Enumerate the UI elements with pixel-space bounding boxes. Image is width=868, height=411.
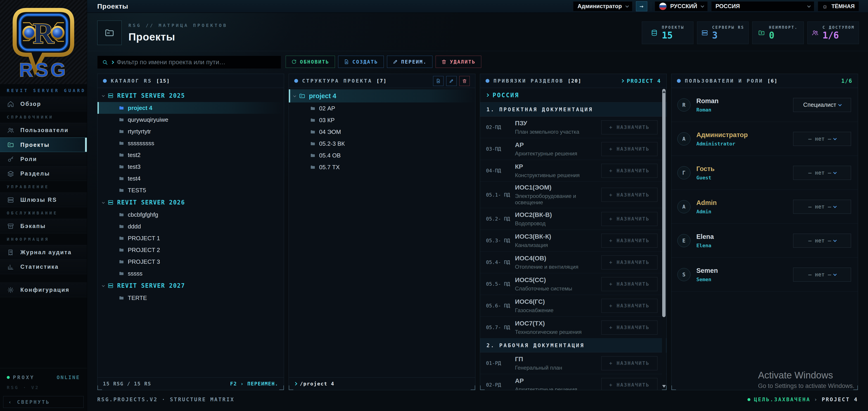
region-select[interactable]: РОССИЯ xyxy=(711,1,814,11)
assign-button[interactable]: + НАЗНАЧИТЬ xyxy=(601,188,657,202)
sidebar-item-stats[interactable]: Статистика xyxy=(0,260,87,274)
assign-button[interactable]: + НАЗНАЧИТЬ xyxy=(601,212,657,226)
catalog-server-group[interactable]: REVIT SERVER 2026 xyxy=(97,196,284,209)
assign-button[interactable]: + НАЗНАЧИТЬ xyxy=(601,142,657,156)
sidebar-item-server[interactable]: Шлюзы RS xyxy=(0,193,87,207)
assign-button[interactable]: + НАЗНАЧИТЬ xyxy=(601,255,657,270)
scrollbar-down-arrow-icon[interactable] xyxy=(662,385,666,388)
role-select[interactable]: — нет — xyxy=(793,234,851,248)
role-select[interactable]: — нет — xyxy=(793,166,851,180)
structure-folder-row[interactable]: 05.2-3 ВК xyxy=(289,138,475,150)
stat-value: 0 xyxy=(769,30,798,40)
journal-icon xyxy=(7,249,14,256)
logout-arrow-button[interactable]: → xyxy=(636,1,647,11)
page-header: RSG // МАТРИЦА ПРОЕКТОВ Проекты ПРОЕКТЫ1… xyxy=(87,13,868,51)
assign-button[interactable]: + НАЗНАЧИТЬ xyxy=(601,164,657,178)
language-select[interactable]: РУССКИЙ xyxy=(655,1,708,11)
panel-users-header: ПОЛЬЗОВАТЕЛИ И РОЛИ [6] 1/6 xyxy=(672,74,858,88)
pencil-button[interactable]: ПЕРЕИМ. xyxy=(387,56,433,68)
file-plus-button[interactable] xyxy=(433,76,443,86)
catalog-project-row[interactable]: qurywuqiryuiwe xyxy=(97,114,284,126)
folder-plus-icon xyxy=(758,29,765,36)
structure-folder-row[interactable]: 02 АР xyxy=(289,102,475,114)
catalog-project-row[interactable]: sssssssss xyxy=(97,137,284,149)
pencil-button[interactable] xyxy=(446,76,457,86)
catalog-project-row[interactable]: test2 xyxy=(97,149,284,161)
sidebar-item-gear[interactable]: Конфигурация xyxy=(0,283,87,297)
assign-button[interactable]: + НАЗНАЧИТЬ xyxy=(601,299,657,313)
file-plus-button[interactable]: СОЗДАТЬ xyxy=(338,56,384,68)
sidebar-item-archive[interactable]: Бэкапы xyxy=(0,219,87,233)
file-plus-icon xyxy=(344,59,349,64)
logo-area: R RSG xyxy=(0,0,87,84)
role-select[interactable]: — нет — xyxy=(793,132,851,146)
structure-folder-row[interactable]: 05.7 ТХ xyxy=(289,161,475,173)
project-name: PROJECT 3 xyxy=(128,258,160,265)
catalog-server-group[interactable]: REVIT SERVER 2025 xyxy=(97,89,284,102)
scrollbar[interactable] xyxy=(662,89,666,389)
assign-button[interactable]: + НАЗНАЧИТЬ xyxy=(601,120,657,134)
structure-folder-row[interactable]: 03 КР xyxy=(289,114,475,126)
watermark-line2: Go to Settings to activate Windows. xyxy=(758,382,855,389)
catalog-server-group[interactable]: REVIT SERVER 2027 xyxy=(97,279,284,292)
catalog-project-row[interactable]: test3 xyxy=(97,161,284,172)
role-select[interactable]: Специалист xyxy=(793,98,851,112)
assign-button[interactable]: + НАЗНАЧИТЬ xyxy=(601,356,657,370)
catalog-project-row[interactable]: project 4 xyxy=(97,102,284,114)
catalog-project-row[interactable]: TEST5 xyxy=(97,184,284,196)
chevron-right-icon xyxy=(111,60,114,64)
structure-folder-row[interactable]: 04 ЭОМ xyxy=(289,126,475,138)
catalog-project-row[interactable]: rtyrtyrtytr xyxy=(97,126,284,137)
binding-row: 02-ПДПЗУПлан земельного участка+ НАЗНАЧИ… xyxy=(480,117,666,138)
binding-name: ИОС2(ВК-В) xyxy=(515,211,597,219)
trash-button[interactable] xyxy=(459,76,470,86)
trash-button[interactable]: УДАЛИТЬ xyxy=(436,56,481,68)
refresh-icon xyxy=(291,59,297,64)
panel-catalog-count: [15] xyxy=(156,78,170,84)
catalog-project-row[interactable]: PROJECT 2 xyxy=(97,244,284,256)
stat-value: 3 xyxy=(712,30,744,40)
binding-desc: Водопровод xyxy=(515,220,597,227)
role-select[interactable]: — нет — xyxy=(793,200,851,214)
binding-desc: Канализация xyxy=(515,242,597,248)
collapse-sidebar-button[interactable]: ‹ СВЕРНУТЬ xyxy=(3,396,84,408)
search-input[interactable] xyxy=(117,59,276,66)
catalog-project-row[interactable]: cbcbfgfghfg xyxy=(97,209,284,221)
binding-row: 04-ПДКРКонструктивные решения+ НАЗНАЧИТЬ xyxy=(480,160,666,182)
page-icon-box xyxy=(97,21,122,45)
users-access-counter: 1/6 xyxy=(841,78,852,84)
bindings-country-row[interactable]: РОССИЯ xyxy=(480,88,666,102)
folder-solid-icon xyxy=(119,129,124,134)
panel-catalog-header: КАТАЛОГ RS [15] xyxy=(97,74,284,88)
catalog-project-row[interactable]: TERTE xyxy=(97,292,284,304)
scrollbar-thumb[interactable] xyxy=(662,89,665,317)
folder-solid-icon xyxy=(310,117,315,123)
sidebar-item-users[interactable]: Пользователи xyxy=(0,123,87,137)
home-icon xyxy=(7,101,14,107)
refresh-button[interactable]: ОБНОВИТЬ xyxy=(286,56,335,68)
role-select[interactable]: — нет — xyxy=(793,267,851,282)
sidebar-item-layers[interactable]: Разделы xyxy=(0,166,87,181)
catalog-project-row[interactable]: test4 xyxy=(97,172,284,184)
catalog-project-row[interactable]: PROJECT 1 xyxy=(97,232,284,244)
theme-toggle-button[interactable]: ☼ ТЁМНАЯ xyxy=(818,1,859,11)
assign-button[interactable]: + НАЗНАЧИТЬ xyxy=(601,320,657,335)
user-row: AAdminAdmin— нет — xyxy=(672,190,858,224)
catalog-project-row[interactable]: PROJECT 3 xyxy=(97,256,284,267)
assign-button[interactable]: + НАЗНАЧИТЬ xyxy=(601,234,657,248)
sidebar-item-journal[interactable]: Журнал аудита xyxy=(0,245,87,260)
sidebar-item-home[interactable]: Обзор xyxy=(0,97,87,111)
sidebar-item-label: Разделы xyxy=(20,170,50,177)
structure-folder-row[interactable]: 05.4 ОВ xyxy=(289,150,475,161)
user-menu-select[interactable]: Администратор xyxy=(573,1,632,11)
assign-button[interactable]: + НАЗНАЧИТЬ xyxy=(601,277,657,291)
sidebar-item-label: Роли xyxy=(20,156,37,162)
assign-button[interactable]: + НАЗНАЧИТЬ xyxy=(601,378,657,390)
sidebar-item-folder[interactable]: Проекты xyxy=(0,137,87,152)
structure-root-row[interactable]: project 4 xyxy=(289,89,475,102)
sidebar-item-key[interactable]: Роли xyxy=(0,152,87,166)
catalog-project-row[interactable]: sssss xyxy=(97,267,284,279)
app-version: RSG · V2 xyxy=(7,385,80,390)
user-name: Admin xyxy=(696,199,787,207)
catalog-project-row[interactable]: dddd xyxy=(97,221,284,232)
